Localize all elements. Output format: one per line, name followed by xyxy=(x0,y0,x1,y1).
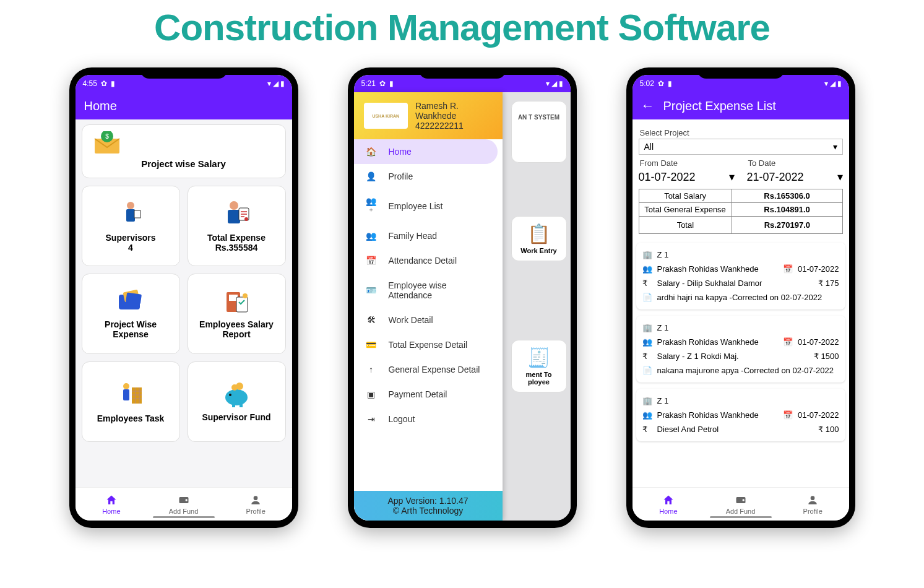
status-time: 5:02 xyxy=(640,79,654,88)
svg-point-3 xyxy=(127,202,134,209)
menu-logout[interactable]: ⇥Logout xyxy=(354,407,503,431)
wallet-icon xyxy=(735,494,747,506)
summary-label: Total Salary xyxy=(639,189,732,202)
sd-icon: ▮ xyxy=(389,79,394,88)
chevron-down-icon: ▾ xyxy=(729,170,735,184)
menu-home[interactable]: 🏠Home xyxy=(354,139,498,164)
calendar-clock-icon: 📋 xyxy=(516,223,563,244)
nav-home[interactable]: Home xyxy=(633,488,705,521)
battery-icon: ▮ xyxy=(280,79,285,88)
summary-label: Total General Expense xyxy=(639,203,732,216)
sd-icon: ▮ xyxy=(111,79,115,88)
project-salary-card[interactable]: $ Project wise Salary xyxy=(82,124,286,178)
menu-payment-detail[interactable]: ▣Payment Detail xyxy=(354,382,503,407)
item-amount: ₹ 175 xyxy=(818,279,839,288)
chevron-down-icon: ▾ xyxy=(833,142,837,152)
supervisors-tile[interactable]: Supervisors 4 xyxy=(82,186,180,266)
item-project: Z 1 xyxy=(657,396,839,405)
drawer-header: USHA KIRAN Ramesh R. Wankhede 4222222211 xyxy=(354,92,503,139)
expense-item[interactable]: 🏢Z 1 👥Prakash Rohidas Wankhede📅01-07-202… xyxy=(636,243,845,309)
item-amount: ₹ 100 xyxy=(818,425,839,434)
group-icon: 👥 xyxy=(642,410,652,420)
nav-profile[interactable]: Profile xyxy=(777,488,849,521)
wifi-icon: ▾ xyxy=(267,79,271,88)
item-desc: Diesel And Petrol xyxy=(657,425,814,434)
supervisor-icon xyxy=(118,199,143,229)
item-note: ardhi hajri na kapya -Corrected on 02-07… xyxy=(657,293,839,302)
calendar-icon: 📅 xyxy=(365,256,378,266)
tools-icon: 🛠 xyxy=(365,315,378,325)
signal-icon: ◢ xyxy=(273,79,278,88)
nav-label: Home xyxy=(102,508,120,515)
nav-home[interactable]: Home xyxy=(76,488,148,521)
menu-general-expense[interactable]: ↑General Expense Detail xyxy=(354,357,503,382)
appbar-title: Home xyxy=(84,99,117,113)
project-select[interactable]: All ▾ xyxy=(639,139,843,155)
table-row: Total General Expense Rs.104891.0 xyxy=(639,203,842,217)
item-person: Prakash Rohidas Wankhede xyxy=(657,264,779,274)
tile-label: Employees Salary Report xyxy=(193,319,280,339)
tile-sub: Rs.355584 xyxy=(215,243,258,253)
phone-home: 4:55 ✿ ▮ ▾ ◢ ▮ Home $ Project wise Salar… xyxy=(69,67,298,528)
menu-total-expense[interactable]: 💳Total Expense Detail xyxy=(354,332,503,357)
envelope-money-icon: $ xyxy=(90,131,278,156)
salary-report-tile[interactable]: Employees Salary Report xyxy=(188,274,286,354)
signal-icon: ◢ xyxy=(830,79,835,88)
id-badge-icon: 🪪 xyxy=(365,285,378,295)
menu-family-head[interactable]: 👥Family Head xyxy=(354,223,503,248)
drawer-backdrop[interactable]: AN T SYSTEM 📋 Work Entry 🧾 ment To ploye… xyxy=(503,92,571,521)
person-icon xyxy=(249,494,262,506)
menu-profile[interactable]: 👤Profile xyxy=(354,164,503,189)
employees-task-tile[interactable]: Employees Task xyxy=(82,361,180,442)
table-row: Total Rs.270197.0 xyxy=(639,217,842,233)
home-icon xyxy=(105,494,118,506)
table-row: Total Salary Rs.165306.0 xyxy=(639,189,842,203)
note-icon: 📄 xyxy=(642,293,652,302)
user-phone: 4222222211 xyxy=(415,121,493,131)
back-arrow-icon[interactable]: ← xyxy=(641,98,655,114)
summary-label: Total xyxy=(639,217,733,233)
svg-rect-22 xyxy=(232,404,235,407)
nav-handle xyxy=(710,516,772,518)
wallet-icon xyxy=(178,494,190,506)
tile-sub: 4 xyxy=(128,243,133,253)
svg-point-20 xyxy=(225,389,248,405)
bottom-nav: Home Add Fund Profile xyxy=(633,487,849,521)
project-expense-tile[interactable]: Project Wise Expense xyxy=(82,274,180,354)
summary-value: Rs.270197.0 xyxy=(732,217,842,233)
item-project: Z 1 xyxy=(657,250,839,259)
phone-drawer: 5:21 ✿ ▮ ▾ ◢ ▮ USHA KIRAN Ramesh R. Wank… xyxy=(348,67,577,528)
svg-rect-4 xyxy=(126,209,135,222)
work-entry-card[interactable]: 📋 Work Entry xyxy=(511,216,567,261)
to-date-picker[interactable]: 21-07-2022 ▾ xyxy=(747,169,843,188)
expense-item[interactable]: 🏢Z 1 👥Prakash Rohidas Wankhede📅01-07-202… xyxy=(636,389,845,441)
payment-employee-card[interactable]: 🧾 ment To ployee xyxy=(511,340,567,392)
expense-item[interactable]: 🏢Z 1 👥Prakash Rohidas Wankhede📅01-07-202… xyxy=(636,316,845,383)
menu-attendance[interactable]: 📅Attendance Detail xyxy=(354,248,503,273)
card-label: Work Entry xyxy=(520,247,556,254)
person-icon: 👤 xyxy=(365,171,378,181)
money-icon: ₹ xyxy=(642,425,652,434)
select-value: All xyxy=(644,142,654,152)
svg-rect-18 xyxy=(123,389,129,400)
item-date: 01-07-2022 xyxy=(798,337,839,347)
supervisor-fund-tile[interactable]: Supervisor Fund xyxy=(188,361,286,442)
menu-employee-list[interactable]: 👥⁺Employee List xyxy=(354,189,503,223)
app-version: App Version: 1.10.47 xyxy=(359,496,498,506)
menu-emp-attendance[interactable]: 🪪Employee wise Attendance xyxy=(354,273,503,308)
from-date-picker[interactable]: 01-07-2022 ▾ xyxy=(639,169,735,188)
building-icon: 🏢 xyxy=(642,250,652,259)
svg-rect-15 xyxy=(236,297,248,312)
menu-work-detail[interactable]: 🛠Work Detail xyxy=(354,308,503,332)
svg-point-21 xyxy=(229,394,231,396)
report-icon xyxy=(222,288,251,316)
group-icon: 👥 xyxy=(642,337,652,347)
item-project: Z 1 xyxy=(657,323,839,332)
money-icon: ₹ xyxy=(642,352,652,361)
nav-profile[interactable]: Profile xyxy=(220,488,292,521)
svg-rect-5 xyxy=(134,210,140,218)
total-expense-tile[interactable]: Total Expense Rs.355584 xyxy=(188,186,286,266)
card-icon: 💳 xyxy=(365,340,378,350)
appbar: Home xyxy=(76,92,292,119)
signal-icon: ◢ xyxy=(551,79,557,88)
